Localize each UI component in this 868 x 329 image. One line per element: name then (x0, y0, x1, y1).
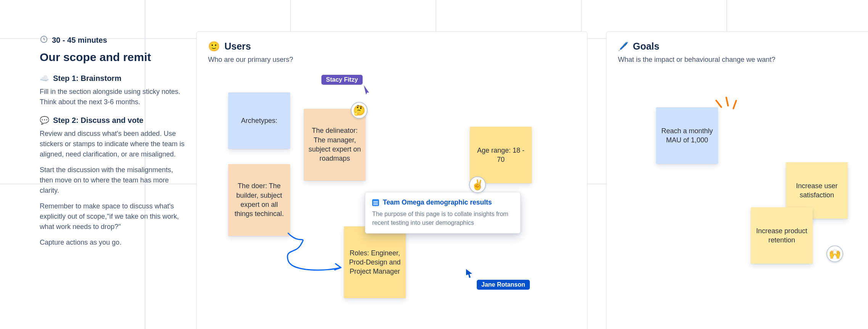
sidebar-instructions: 30 - 45 minutes Our scope and remit ☁️ S… (40, 35, 187, 253)
sticky-satisfaction-text: Increase user satisfaction (791, 181, 843, 200)
stamp-thinking[interactable]: 🤔 (351, 102, 368, 119)
sticky-delineator[interactable]: The delineator: The manager, subject exp… (304, 109, 366, 181)
sticky-roles[interactable]: Roles: Engineer, Prod-Design and Project… (344, 226, 406, 298)
stamp-raised-hands[interactable]: 🙌 (826, 245, 843, 262)
sticky-age-text: Age range: 18 - 70 (474, 146, 527, 164)
board-goals-title-row: 🖊️ Goals (618, 41, 868, 52)
step-1-label: Step 1: Brainstorm (53, 74, 121, 83)
clock-icon (40, 35, 48, 45)
board-goals[interactable]: 🖊️ Goals What is the impact or behaviour… (606, 31, 868, 329)
sticky-doer[interactable]: The doer: The builder, subject expert on… (228, 164, 290, 236)
sticky-delineator-text: The delineator: The manager, subject exp… (308, 126, 361, 163)
stamp-victory[interactable]: ✌️ (469, 176, 486, 193)
link-card-title: Team Omega demographic results (383, 198, 492, 206)
link-card-demographics[interactable]: Team Omega demographic results The purpo… (365, 192, 521, 234)
step-2-text-3: Remember to make space to discuss what's… (40, 201, 187, 232)
pen-icon: 🖊️ (618, 42, 628, 52)
thinking-icon: 🤔 (353, 105, 365, 116)
time-estimate-row: 30 - 45 minutes (40, 35, 187, 45)
presence-cursor-stacy (363, 84, 373, 95)
sticky-mau-text: Reach a monthly MAU of 1,000 (661, 126, 713, 145)
step-2-header: 💬 Step 2: Discuss and vote (40, 116, 187, 125)
sticky-mau[interactable]: Reach a monthly MAU of 1,000 (656, 107, 718, 164)
step-2-text-4: Capture actions as you go. (40, 237, 187, 248)
step-2-text-1: Review and discuss what's been added. Us… (40, 129, 187, 160)
victory-icon: ✌️ (471, 179, 484, 191)
smile-icon: 🙂 (208, 41, 220, 52)
step-2-label: Step 2: Discuss and vote (53, 116, 144, 125)
presence-tag-stacy: Stacy Fitzy (321, 75, 363, 85)
speech-icon: 💬 (40, 116, 49, 125)
accent-strokes (718, 96, 741, 111)
sticky-retention-text: Increase product retention (755, 226, 808, 245)
board-users-title-row: 🙂 Users (208, 41, 576, 52)
sticky-retention[interactable]: Increase product retention (751, 207, 813, 264)
board-goals-subtitle: What is the impact or behavioural change… (618, 56, 868, 64)
sticky-archetypes[interactable]: Archetypes: (228, 92, 290, 149)
time-estimate-text: 30 - 45 minutes (52, 36, 107, 45)
connector-arrow (277, 230, 353, 280)
board-users[interactable]: 🙂 Users Who are our primary users? Stacy… (196, 31, 587, 329)
cloud-icon: ☁️ (40, 74, 49, 83)
board-users-title: Users (224, 41, 251, 52)
presence-cursor-jane (465, 268, 474, 278)
page-title: Our scope and remit (40, 51, 187, 64)
step-2-text-2: Start the discussion with the misalignme… (40, 165, 187, 196)
board-users-subtitle: Who are our primary users? (208, 56, 576, 64)
presence-tag-jane: Jane Rotanson (477, 280, 530, 290)
link-card-body: The purpose of this page is to collate i… (372, 210, 513, 227)
step-1-header: ☁️ Step 1: Brainstorm (40, 74, 187, 83)
raised-hands-icon: 🙌 (829, 248, 841, 260)
step-1-text: Fill in the section alongside using stic… (40, 87, 187, 107)
sticky-age[interactable]: Age range: 18 - 70 (470, 127, 532, 183)
doc-icon (372, 199, 379, 206)
sticky-doer-text: The doer: The builder, subject expert on… (233, 181, 286, 218)
sticky-roles-text: Roles: Engineer, Prod-Design and Project… (348, 248, 401, 276)
sticky-archetypes-text: Archetypes: (241, 116, 277, 125)
board-goals-title: Goals (633, 41, 659, 52)
